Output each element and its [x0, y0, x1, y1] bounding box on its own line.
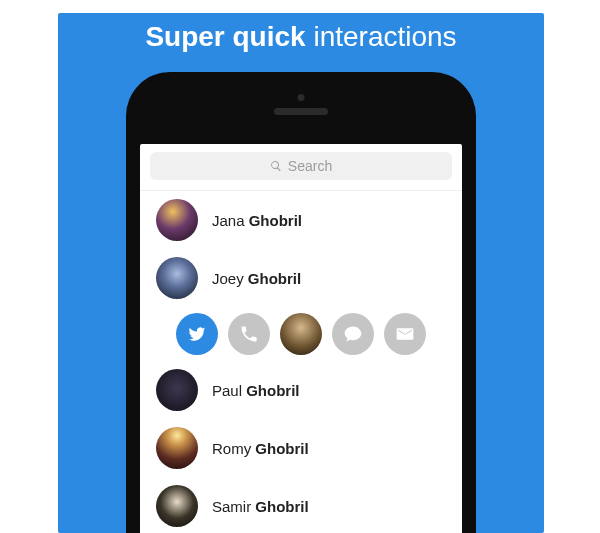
volume-up-button — [113, 198, 119, 232]
headline: Super quick interactions — [58, 21, 544, 53]
phone-speaker — [274, 108, 328, 115]
twitter-button[interactable] — [176, 313, 218, 355]
contact-row[interactable]: Paul Ghobril — [140, 361, 462, 419]
contact-row[interactable]: Samir Ghobril — [140, 477, 462, 533]
contact-name: Joey Ghobril — [212, 270, 301, 287]
contact-name: Samir Ghobril — [212, 498, 309, 515]
mail-icon — [395, 324, 415, 344]
headline-rest: interactions — [313, 21, 456, 52]
avatar — [280, 313, 322, 355]
app-screen: Search Jana Ghobril Joey — [140, 144, 462, 533]
avatar — [156, 369, 198, 411]
avatar — [156, 427, 198, 469]
contact-avatar-button[interactable] — [280, 313, 322, 355]
avatar — [156, 199, 198, 241]
contact-row[interactable]: Romy Ghobril — [140, 419, 462, 477]
phone-icon — [239, 324, 259, 344]
contact-name: Paul Ghobril — [212, 382, 300, 399]
mute-switch — [113, 156, 119, 178]
contact-name: Jana Ghobril — [212, 212, 302, 229]
quick-actions-row — [140, 307, 462, 361]
twitter-icon — [187, 324, 207, 344]
phone-body: Search Jana Ghobril Joey — [126, 72, 476, 533]
search-placeholder: Search — [288, 158, 332, 174]
message-button[interactable] — [332, 313, 374, 355]
volume-down-button — [113, 244, 119, 278]
promo-panel: Super quick interactions Search — [58, 13, 544, 533]
search-bar[interactable]: Search — [140, 144, 462, 191]
avatar — [156, 257, 198, 299]
contact-row[interactable]: Jana Ghobril — [140, 191, 462, 249]
search-icon — [270, 160, 282, 172]
phone-button[interactable] — [228, 313, 270, 355]
headline-bold: Super quick — [145, 21, 305, 52]
contact-row[interactable]: Joey Ghobril — [140, 249, 462, 307]
phone-frame: Search Jana Ghobril Joey — [122, 68, 480, 533]
mail-button[interactable] — [384, 313, 426, 355]
avatar — [156, 485, 198, 527]
contact-list: Jana Ghobril Joey Ghobril — [140, 191, 462, 533]
message-icon — [343, 324, 363, 344]
phone-camera — [298, 94, 305, 101]
contact-name: Romy Ghobril — [212, 440, 309, 457]
